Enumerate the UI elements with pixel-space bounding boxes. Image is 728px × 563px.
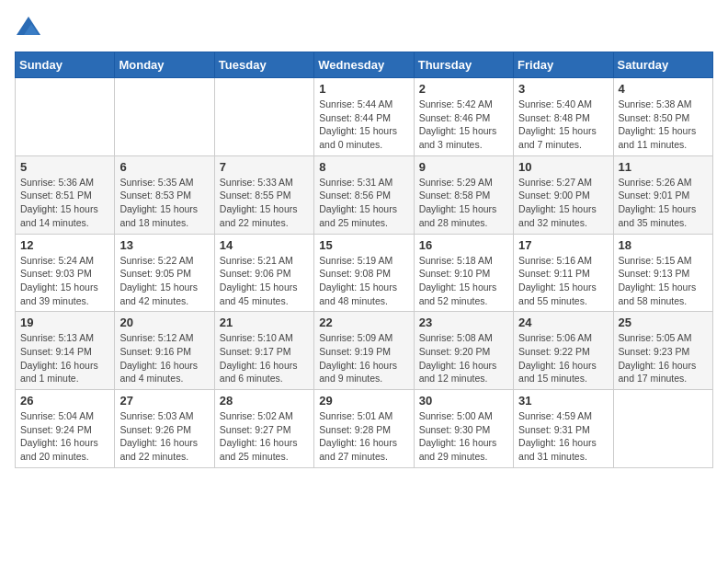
day-number: 8	[319, 160, 408, 174]
day-number: 27	[119, 394, 209, 408]
day-info: Sunrise: 5:29 AM Sunset: 8:58 PM Dayligh…	[419, 176, 508, 230]
calendar-cell: 7Sunrise: 5:33 AM Sunset: 8:55 PM Daylig…	[214, 155, 313, 234]
calendar-cell: 30Sunrise: 5:00 AM Sunset: 9:30 PM Dayli…	[414, 390, 513, 468]
day-info: Sunrise: 5:02 AM Sunset: 9:27 PM Dayligh…	[220, 409, 309, 464]
calendar-cell: 3Sunrise: 5:40 AM Sunset: 8:48 PM Daylig…	[514, 78, 613, 156]
day-info: Sunrise: 5:38 AM Sunset: 8:50 PM Dayligh…	[619, 98, 708, 152]
day-number: 9	[419, 160, 508, 174]
day-number: 10	[518, 160, 608, 174]
calendar-cell: 21Sunrise: 5:10 AM Sunset: 9:17 PM Dayli…	[214, 312, 313, 390]
day-number: 23	[419, 316, 508, 329]
calendar-week-row: 5Sunrise: 5:36 AM Sunset: 8:51 PM Daylig…	[16, 155, 713, 234]
day-number: 1	[319, 82, 408, 96]
day-info: Sunrise: 5:22 AM Sunset: 9:05 PM Dayligh…	[119, 254, 209, 308]
calendar-cell: 18Sunrise: 5:15 AM Sunset: 9:13 PM Dayli…	[613, 234, 712, 312]
calendar-cell: 15Sunrise: 5:19 AM Sunset: 9:08 PM Dayli…	[314, 234, 414, 312]
logo-icon	[15, 15, 42, 42]
day-info: Sunrise: 5:24 AM Sunset: 9:03 PM Dayligh…	[20, 254, 109, 308]
day-number: 7	[220, 160, 309, 174]
day-number: 30	[419, 394, 508, 408]
weekday-header: Monday	[115, 52, 214, 78]
day-info: Sunrise: 5:12 AM Sunset: 9:16 PM Dayligh…	[119, 331, 209, 385]
day-number: 31	[518, 394, 608, 408]
weekday-header: Sunday	[16, 52, 115, 78]
calendar-cell: 11Sunrise: 5:26 AM Sunset: 9:01 PM Dayli…	[613, 155, 712, 234]
calendar-cell: 6Sunrise: 5:35 AM Sunset: 8:53 PM Daylig…	[115, 155, 214, 234]
calendar-cell: 12Sunrise: 5:24 AM Sunset: 9:03 PM Dayli…	[16, 234, 115, 312]
day-info: Sunrise: 5:15 AM Sunset: 9:13 PM Dayligh…	[619, 254, 708, 308]
calendar-cell: 10Sunrise: 5:27 AM Sunset: 9:00 PM Dayli…	[514, 155, 613, 234]
day-info: Sunrise: 5:44 AM Sunset: 8:44 PM Dayligh…	[319, 98, 408, 152]
day-number: 4	[619, 82, 708, 96]
calendar-week-row: 12Sunrise: 5:24 AM Sunset: 9:03 PM Dayli…	[16, 234, 713, 312]
day-info: Sunrise: 5:19 AM Sunset: 9:08 PM Dayligh…	[319, 254, 408, 308]
day-info: Sunrise: 5:42 AM Sunset: 8:46 PM Dayligh…	[419, 98, 508, 152]
weekday-header: Saturday	[613, 52, 712, 78]
calendar-cell: 23Sunrise: 5:08 AM Sunset: 9:20 PM Dayli…	[414, 312, 513, 390]
calendar-week-row: 19Sunrise: 5:13 AM Sunset: 9:14 PM Dayli…	[16, 312, 713, 390]
calendar-cell: 24Sunrise: 5:06 AM Sunset: 9:22 PM Dayli…	[514, 312, 613, 390]
day-info: Sunrise: 5:35 AM Sunset: 8:53 PM Dayligh…	[119, 176, 209, 230]
day-info: Sunrise: 4:59 AM Sunset: 9:31 PM Dayligh…	[518, 409, 608, 464]
day-number: 13	[119, 238, 209, 252]
day-number: 14	[220, 238, 309, 252]
day-number: 2	[419, 82, 508, 96]
weekday-header: Tuesday	[214, 52, 313, 78]
calendar-cell	[115, 78, 214, 156]
day-info: Sunrise: 5:33 AM Sunset: 8:55 PM Dayligh…	[220, 176, 309, 230]
calendar-cell: 13Sunrise: 5:22 AM Sunset: 9:05 PM Dayli…	[115, 234, 214, 312]
day-info: Sunrise: 5:10 AM Sunset: 9:17 PM Dayligh…	[220, 331, 309, 385]
day-number: 22	[319, 316, 408, 329]
day-number: 29	[319, 394, 408, 408]
weekday-header: Wednesday	[314, 52, 414, 78]
calendar-cell: 17Sunrise: 5:16 AM Sunset: 9:11 PM Dayli…	[514, 234, 613, 312]
calendar-cell: 22Sunrise: 5:09 AM Sunset: 9:19 PM Dayli…	[314, 312, 414, 390]
calendar-cell	[214, 78, 313, 156]
day-info: Sunrise: 5:40 AM Sunset: 8:48 PM Dayligh…	[518, 98, 608, 152]
calendar-week-row: 26Sunrise: 5:04 AM Sunset: 9:24 PM Dayli…	[16, 390, 713, 468]
day-info: Sunrise: 5:01 AM Sunset: 9:28 PM Dayligh…	[319, 409, 408, 464]
calendar-cell: 1Sunrise: 5:44 AM Sunset: 8:44 PM Daylig…	[314, 78, 414, 156]
calendar-cell	[16, 78, 115, 156]
calendar-cell: 31Sunrise: 4:59 AM Sunset: 9:31 PM Dayli…	[514, 390, 613, 468]
day-info: Sunrise: 5:27 AM Sunset: 9:00 PM Dayligh…	[518, 176, 608, 230]
weekday-header: Thursday	[414, 52, 513, 78]
day-number: 12	[20, 238, 109, 252]
day-info: Sunrise: 5:18 AM Sunset: 9:10 PM Dayligh…	[419, 254, 508, 308]
calendar-cell: 27Sunrise: 5:03 AM Sunset: 9:26 PM Dayli…	[115, 390, 214, 468]
calendar-cell	[613, 390, 712, 468]
day-number: 28	[220, 394, 309, 408]
day-info: Sunrise: 5:08 AM Sunset: 9:20 PM Dayligh…	[419, 331, 508, 385]
calendar-cell: 26Sunrise: 5:04 AM Sunset: 9:24 PM Dayli…	[16, 390, 115, 468]
calendar-cell: 19Sunrise: 5:13 AM Sunset: 9:14 PM Dayli…	[16, 312, 115, 390]
day-info: Sunrise: 5:21 AM Sunset: 9:06 PM Dayligh…	[220, 254, 309, 308]
day-number: 6	[119, 160, 209, 174]
day-number: 20	[119, 316, 209, 329]
calendar-cell: 14Sunrise: 5:21 AM Sunset: 9:06 PM Dayli…	[214, 234, 313, 312]
calendar-cell: 9Sunrise: 5:29 AM Sunset: 8:58 PM Daylig…	[414, 155, 513, 234]
day-number: 26	[20, 394, 109, 408]
calendar-week-row: 1Sunrise: 5:44 AM Sunset: 8:44 PM Daylig…	[16, 78, 713, 156]
day-number: 17	[518, 238, 608, 252]
day-number: 24	[518, 316, 608, 329]
day-number: 19	[20, 316, 109, 329]
day-number: 21	[220, 316, 309, 329]
day-info: Sunrise: 5:06 AM Sunset: 9:22 PM Dayligh…	[518, 331, 608, 385]
day-number: 15	[319, 238, 408, 252]
day-number: 25	[619, 316, 708, 329]
calendar-cell: 16Sunrise: 5:18 AM Sunset: 9:10 PM Dayli…	[414, 234, 513, 312]
calendar-cell: 25Sunrise: 5:05 AM Sunset: 9:23 PM Dayli…	[613, 312, 712, 390]
day-number: 3	[518, 82, 608, 96]
calendar-cell: 8Sunrise: 5:31 AM Sunset: 8:56 PM Daylig…	[314, 155, 414, 234]
day-number: 11	[619, 160, 708, 174]
day-info: Sunrise: 5:36 AM Sunset: 8:51 PM Dayligh…	[20, 176, 109, 230]
day-info: Sunrise: 5:00 AM Sunset: 9:30 PM Dayligh…	[419, 409, 508, 464]
day-number: 18	[619, 238, 708, 252]
day-info: Sunrise: 5:05 AM Sunset: 9:23 PM Dayligh…	[619, 331, 708, 385]
day-info: Sunrise: 5:03 AM Sunset: 9:26 PM Dayligh…	[119, 409, 209, 464]
day-info: Sunrise: 5:13 AM Sunset: 9:14 PM Dayligh…	[20, 331, 109, 385]
calendar-cell: 20Sunrise: 5:12 AM Sunset: 9:16 PM Dayli…	[115, 312, 214, 390]
calendar-cell: 2Sunrise: 5:42 AM Sunset: 8:46 PM Daylig…	[414, 78, 513, 156]
day-number: 16	[419, 238, 508, 252]
calendar-cell: 5Sunrise: 5:36 AM Sunset: 8:51 PM Daylig…	[16, 155, 115, 234]
